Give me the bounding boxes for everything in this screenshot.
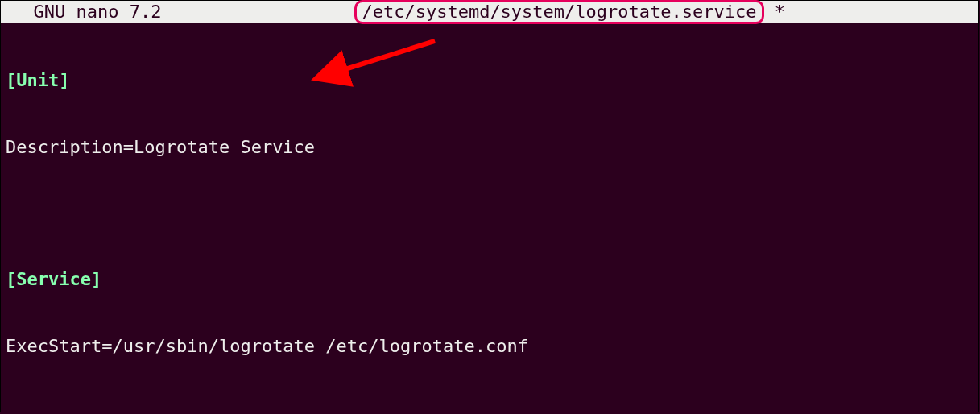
file-line[interactable]: [Unit] [6, 69, 974, 92]
titlebar: GNU nano 7.2 /etc/systemd/system/logrota… [1, 1, 978, 23]
editor-area[interactable]: [Unit] Description=Logrotate Service [Se… [1, 23, 978, 414]
app-name-version: GNU nano 7.2 [1, 1, 161, 23]
file-line[interactable] [6, 401, 974, 414]
filename-highlight: /etc/systemd/system/logrotate.service [354, 0, 763, 24]
nano-editor-window: GNU nano 7.2 /etc/systemd/system/logrota… [0, 0, 979, 412]
file-line[interactable]: [Service] [6, 268, 974, 291]
modified-indicator: * [764, 1, 786, 23]
file-line[interactable]: ExecStart=/usr/sbin/logrotate /etc/logro… [6, 335, 974, 358]
file-line[interactable]: Description=Logrotate Service [6, 136, 974, 159]
file-line[interactable] [6, 202, 974, 224]
